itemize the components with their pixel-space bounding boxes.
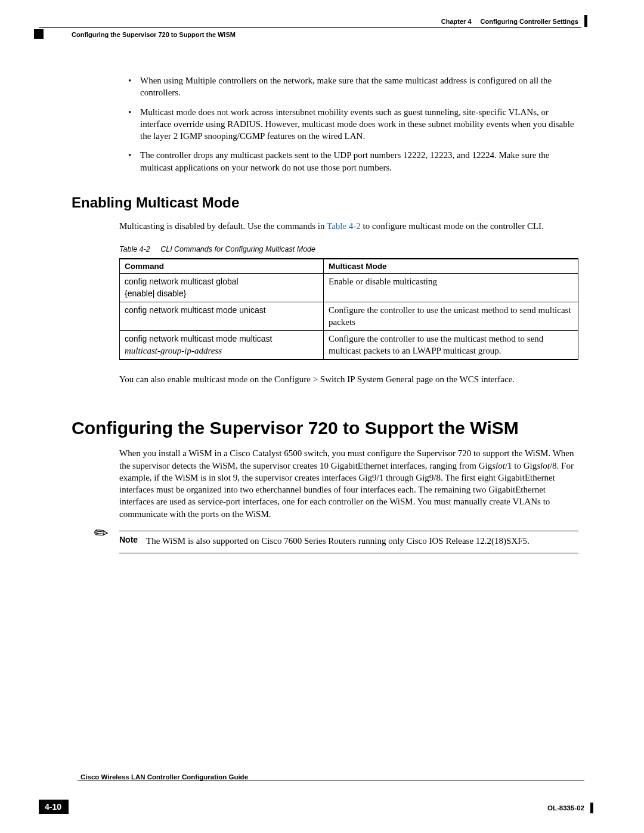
after-table-paragraph: You can also enable multicast mode on th…	[119, 373, 578, 385]
page: Chapter 4 Configuring Controller Setting…	[0, 0, 644, 833]
header-right: Chapter 4 Configuring Controller Setting…	[441, 18, 578, 25]
bullet-item: Multicast mode does not work across inte…	[128, 106, 578, 143]
table-header-command: Command	[120, 259, 324, 274]
note-label: Note	[119, 535, 146, 547]
chapter-title: Configuring Controller Settings	[481, 18, 578, 25]
slot-arg: slot	[492, 461, 505, 470]
page-number: 4-10	[39, 800, 69, 814]
table-caption-text: CLI Commands for Configuring Multicast M…	[160, 245, 315, 253]
table-header-row: Command Multicast Mode	[120, 259, 578, 274]
page-footer: Cisco Wireless LAN Controller Configurat…	[39, 784, 584, 814]
command-text: config network multicast mode unicast	[125, 305, 266, 315]
description-cell: Enable or disable multicasting	[324, 274, 578, 302]
h1-heading: Configuring the Supervisor 720 to Suppor…	[72, 418, 578, 438]
slot-arg: slot	[537, 461, 550, 470]
note-rule	[119, 531, 578, 531]
page-body: When using Multiple controllers on the n…	[72, 75, 578, 553]
section-heading: Enabling Multicast Mode	[72, 194, 578, 211]
header-marker	[584, 15, 587, 27]
command-text: config network multicast mode multicast	[125, 334, 272, 343]
command-extra: {enable| disable}	[125, 289, 186, 298]
table-row: config network multicast mode multicast …	[120, 331, 578, 360]
footer-marker	[590, 803, 593, 813]
table-row: config network multicast global {enable|…	[120, 274, 578, 302]
note-rule	[119, 553, 578, 553]
command-cell: config network multicast global {enable|…	[120, 274, 324, 302]
note-block: ✎ Note The WiSM is also supported on Cis…	[119, 531, 578, 553]
bullet-item: When using Multiple controllers on the n…	[128, 75, 578, 99]
bullet-item: The controller drops any multicast packe…	[128, 149, 578, 174]
header-section-path: Configuring the Supervisor 720 to Suppor…	[72, 31, 236, 38]
command-table: Command Multicast Mode config network mu…	[119, 258, 578, 360]
footer-rule	[78, 781, 584, 781]
command-arg: multicast-group-ip-address	[125, 346, 222, 355]
table-number: Table 4-2	[119, 245, 150, 253]
table-header-mode: Multicast Mode	[324, 259, 578, 274]
table-row: config network multicast mode unicast Co…	[120, 302, 578, 331]
note-text: The WiSM is also supported on Cisco 7600…	[146, 535, 530, 547]
sup-mid: /1 to Gig	[505, 461, 537, 470]
intro-pre: Multicasting is disabled by default. Use…	[119, 221, 327, 231]
command-cell: config network multicast mode multicast …	[120, 331, 324, 360]
intro-paragraph: Multicasting is disabled by default. Use…	[119, 220, 578, 232]
description-cell: Configure the controller to use the mult…	[324, 331, 578, 360]
table-ref-link[interactable]: Table 4-2	[327, 221, 361, 231]
table-caption: Table 4-2 CLI Commands for Configuring M…	[119, 245, 578, 253]
command-cell: config network multicast mode unicast	[120, 302, 324, 331]
doc-number: OL-8335-02	[547, 804, 584, 812]
header-rule	[39, 27, 581, 28]
pencil-icon: ✎	[89, 521, 113, 545]
chapter-number: Chapter 4	[441, 18, 472, 25]
footer-guide-title: Cisco Wireless LAN Controller Configurat…	[80, 773, 584, 781]
intro-post: to configure multicast mode on the contr…	[361, 221, 544, 231]
description-cell: Configure the controller to use the unic…	[324, 302, 578, 331]
bullet-list: When using Multiple controllers on the n…	[128, 75, 578, 174]
sup720-paragraph: When you install a WiSM in a Cisco Catal…	[119, 447, 578, 520]
command-text: config network multicast global	[125, 277, 239, 286]
page-header: Chapter 4 Configuring Controller Setting…	[72, 18, 578, 42]
header-square-icon	[34, 29, 44, 39]
